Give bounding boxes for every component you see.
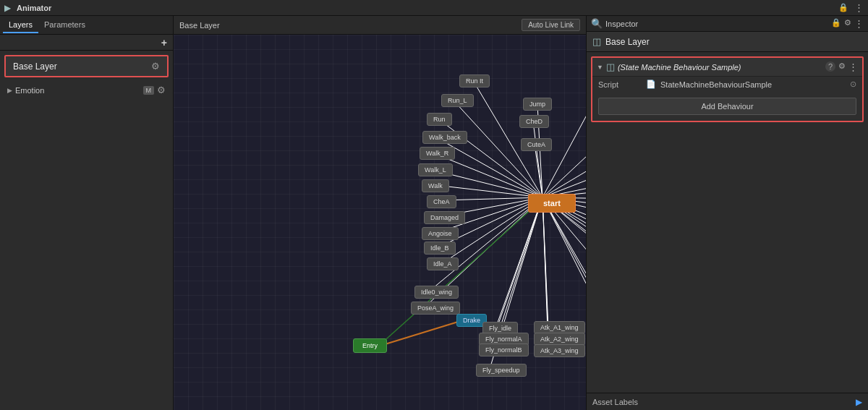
inspector-layer-bar: ◫ Base Layer (587, 32, 868, 52)
script-value[interactable]: StateMachineBehaviourSample (660, 80, 772, 89)
right-panel-spacer (587, 127, 868, 393)
emotion-m-badge: M (143, 86, 155, 95)
asset-labels-arrow[interactable]: ▶ (856, 397, 862, 407)
inspector-layer-icon: ◫ (592, 36, 601, 47)
node-flyspeedup[interactable]: Fly_speedup (476, 364, 527, 377)
script-link-icon[interactable]: ⊙ (850, 80, 856, 89)
script-row: Script 📄 StateMachineBehaviourSample ⊙ (592, 77, 862, 92)
graph-toolbar: Base Layer Auto Live Link (174, 16, 586, 35)
component-expand-icon[interactable]: ▼ (597, 64, 603, 71)
add-layer-button[interactable]: + (161, 37, 167, 48)
node-poseawing[interactable]: PoseA_wing (411, 302, 460, 315)
main-layout: Layers Parameters + Base Layer ⚙ ▶ Emoti… (0, 16, 868, 410)
node-walkback[interactable]: Walk_back (422, 131, 467, 144)
svg-line-18 (535, 145, 542, 197)
component-name: (State Machine Behaviour Sample) (618, 63, 822, 72)
tab-layers[interactable]: Layers (3, 17, 38, 33)
node-walkl[interactable]: Walk_L (418, 163, 453, 176)
inspector-header-icons: 🔒 ⚙ ⋮ (831, 18, 864, 29)
graph-title: Base Layer (179, 21, 220, 30)
node-atka3wing[interactable]: Atk_A3_wing (534, 344, 585, 357)
svg-line-41 (495, 197, 542, 328)
top-bar: ▶ Animator 🔒 ⋮ (0, 0, 868, 16)
component-menu-icon[interactable]: ⋮ (848, 61, 858, 72)
app-title: Animator (17, 4, 51, 12)
emotion-row: ▶ Emotion M ⚙ (0, 82, 173, 98)
layer-item-base[interactable]: Base Layer ⚙ (4, 55, 169, 77)
node-walkr[interactable]: Walk_R (420, 147, 455, 160)
node-idle0wing[interactable]: Idle0_wing (414, 286, 459, 299)
svg-line-34 (542, 197, 586, 320)
inspector-settings-icon[interactable]: ⚙ (844, 18, 851, 29)
script-file-icon: 📄 (646, 80, 656, 89)
top-bar-menu-icon[interactable]: ⋮ (854, 2, 864, 13)
svg-line-40 (542, 197, 586, 392)
inspector-title: Inspector (605, 20, 828, 28)
top-bar-lock-icon[interactable]: 🔒 (838, 3, 848, 12)
svg-line-21 (542, 121, 586, 197)
app-icon: ▶ (4, 3, 11, 13)
svg-line-35 (542, 197, 548, 328)
script-label: Script (598, 80, 642, 89)
auto-live-link-button[interactable]: Auto Live Link (522, 19, 580, 31)
node-entry[interactable]: Entry (353, 338, 387, 353)
node-runit[interactable]: Run It (459, 74, 490, 87)
emotion-arrow-icon: ▶ (7, 87, 12, 94)
right-panel: 🔍 Inspector 🔒 ⚙ ⋮ ◫ Base Layer ▼ ◫ (Stat… (586, 16, 868, 410)
layer-gear-icon[interactable]: ⚙ (151, 61, 160, 72)
svg-line-22 (542, 145, 586, 197)
node-flynormalb[interactable]: Fly_normalB (479, 343, 529, 356)
node-idlea[interactable]: Idle_A (427, 257, 459, 270)
svg-line-36 (542, 197, 548, 338)
component-settings-icon[interactable]: ⚙ (838, 61, 846, 72)
inspector-menu-icon[interactable]: ⋮ (854, 18, 864, 29)
component-icons: ? ⚙ ⋮ (825, 61, 858, 72)
node-idleb[interactable]: Idle_B (424, 242, 456, 255)
layer-header: + (0, 35, 173, 51)
component-help-icon[interactable]: ? (825, 61, 835, 72)
node-ched[interactable]: CheD (519, 115, 549, 128)
node-start[interactable]: start (528, 194, 576, 213)
layer-item-name: Base Layer (13, 61, 151, 72)
component-header: ▼ ◫ (State Machine Behaviour Sample) ? ⚙… (592, 58, 862, 77)
node-angoise[interactable]: Angoise (422, 227, 459, 240)
inspector-header: 🔍 Inspector 🔒 ⚙ ⋮ (587, 16, 868, 32)
asset-labels-text: Asset Labels (592, 398, 638, 406)
svg-line-45 (380, 320, 465, 346)
graph-canvas[interactable]: Run It Run_L Run Walk_back Walk_R Walk_L… (174, 35, 586, 410)
left-panel: Layers Parameters + Base Layer ⚙ ▶ Emoti… (0, 16, 174, 410)
inspector-lock-icon[interactable]: 🔒 (831, 18, 841, 29)
node-jump[interactable]: Jump (523, 98, 552, 111)
inspector-layer-name: Base Layer (605, 37, 862, 47)
component-section: ▼ ◫ (State Machine Behaviour Sample) ? ⚙… (591, 56, 864, 122)
svg-line-42 (493, 197, 542, 338)
graph-area: Base Layer Auto Live Link (174, 16, 586, 410)
add-behaviour-button[interactable]: Add Behaviour (598, 98, 856, 115)
node-runl[interactable]: Run_L (441, 94, 474, 107)
emotion-gear-icon[interactable]: ⚙ (157, 85, 166, 95)
component-icon: ◫ (606, 61, 615, 72)
tab-parameters[interactable]: Parameters (38, 17, 91, 33)
panel-tabs: Layers Parameters (0, 16, 173, 35)
inspector-icon: 🔍 (591, 18, 603, 29)
node-cutea[interactable]: CuteA (521, 138, 552, 151)
svg-line-17 (533, 121, 542, 197)
svg-line-23 (542, 164, 586, 197)
emotion-label: Emotion (15, 86, 140, 95)
node-chea[interactable]: CheA (427, 195, 456, 208)
node-walk[interactable]: Walk (422, 179, 449, 192)
asset-labels-bar: Asset Labels ▶ (587, 393, 868, 410)
node-damaged[interactable]: Damaged (424, 211, 465, 224)
node-run[interactable]: Run (427, 113, 452, 126)
